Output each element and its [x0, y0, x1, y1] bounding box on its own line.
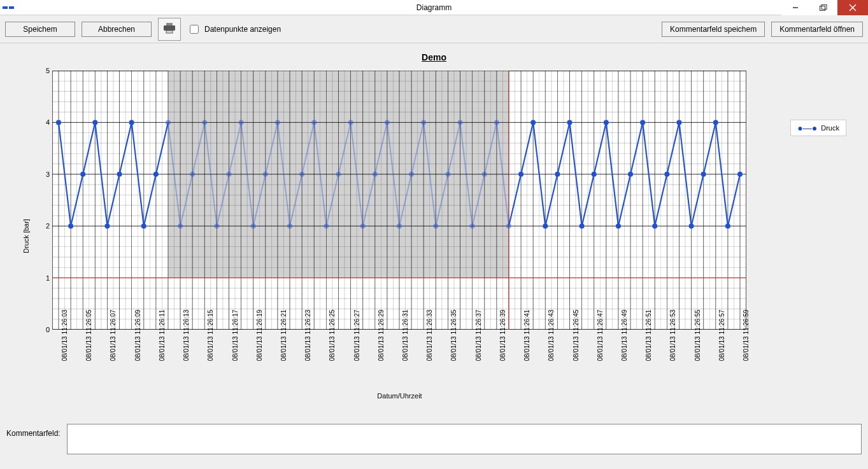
svg-point-191: [178, 223, 183, 228]
svg-point-211: [421, 120, 426, 125]
svg-rect-0: [3, 6, 8, 9]
print-button[interactable]: [158, 18, 181, 41]
x-tick: 08/01/13 11:26:35: [450, 310, 457, 361]
x-tick: 08/01/13 11:26:05: [85, 310, 92, 361]
svg-point-217: [494, 120, 499, 125]
datapoints-checkbox-wrap[interactable]: Datenpunkte anzeigen: [187, 23, 281, 36]
close-button[interactable]: [837, 0, 868, 15]
x-tick: 08/01/13 11:26:23: [304, 310, 311, 361]
print-icon: [162, 22, 176, 36]
svg-rect-8: [166, 23, 173, 25]
x-tick: 08/01/13 11:26:03: [61, 310, 68, 361]
svg-point-199: [275, 120, 280, 125]
svg-point-196: [239, 120, 244, 125]
svg-point-197: [251, 223, 256, 228]
chart-legend: ●—● Druck: [790, 120, 846, 136]
svg-point-206: [360, 223, 366, 228]
x-tick: 08/01/13 11:26:29: [378, 310, 385, 361]
svg-point-220: [530, 120, 536, 125]
datapoints-checkbox[interactable]: [190, 25, 199, 34]
svg-point-188: [141, 223, 146, 228]
svg-point-235: [713, 120, 718, 125]
svg-point-213: [445, 172, 450, 177]
window-controls: [781, 0, 868, 15]
x-tick: 08/01/13 11:26:17: [232, 310, 239, 361]
svg-point-225: [592, 172, 597, 177]
legend-marker-icon: ●—●: [797, 123, 817, 133]
x-tick: 08/01/13 11:26:21: [280, 310, 287, 361]
x-tick: 08/01/13 11:26:59: [743, 310, 750, 361]
svg-point-215: [470, 223, 475, 228]
x-tick: 08/01/13 11:26:19: [256, 310, 263, 361]
svg-point-231: [664, 172, 669, 177]
x-tick: 08/01/13 11:26:55: [694, 310, 701, 361]
x-axis-ticks: 08/01/13 11:26:0308/01/13 11:26:0508/01/…: [52, 333, 746, 390]
maximize-button[interactable]: [809, 0, 837, 15]
y-tick: 1: [46, 274, 50, 282]
y-tick: 3: [46, 171, 50, 178]
chart-title: Demo: [19, 52, 849, 62]
svg-point-218: [506, 223, 511, 228]
svg-point-189: [153, 172, 159, 177]
x-tick: 08/01/13 11:26:07: [110, 310, 117, 361]
svg-point-226: [604, 120, 609, 125]
svg-point-236: [725, 223, 730, 228]
svg-point-201: [299, 172, 304, 177]
x-tick: 08/01/13 11:26:43: [548, 310, 555, 361]
comment-field[interactable]: [67, 424, 862, 454]
svg-point-232: [676, 120, 681, 125]
y-axis-ticks: 012345: [33, 71, 52, 330]
x-tick: 08/01/13 11:26:15: [207, 310, 214, 361]
x-tick: 08/01/13 11:26:27: [353, 310, 360, 361]
svg-point-194: [214, 223, 219, 228]
svg-point-182: [68, 223, 73, 228]
svg-point-207: [373, 172, 378, 177]
svg-point-209: [397, 223, 402, 228]
svg-point-214: [458, 120, 463, 125]
x-axis-label: Datum/Uhrzeit: [377, 392, 422, 400]
legend-label: Druck: [821, 124, 839, 132]
svg-point-181: [56, 120, 61, 125]
svg-rect-7: [164, 25, 175, 31]
svg-point-190: [166, 120, 171, 125]
svg-point-212: [433, 223, 438, 228]
svg-point-184: [92, 120, 97, 125]
svg-point-233: [689, 223, 694, 228]
svg-rect-4: [822, 5, 827, 10]
svg-point-221: [543, 223, 548, 228]
titlebar: Diagramm: [0, 0, 868, 15]
svg-point-193: [202, 120, 207, 125]
x-tick: 08/01/13 11:26:33: [426, 310, 433, 361]
chart-area: Demo Druck [bar] 012345 08/01/13 11:26:0…: [0, 43, 868, 412]
svg-point-234: [701, 172, 706, 177]
x-tick: 08/01/13 11:26:37: [475, 310, 482, 361]
svg-point-222: [555, 172, 560, 177]
chart-plot[interactable]: [52, 71, 746, 330]
y-tick: 2: [46, 222, 50, 230]
y-tick: 5: [46, 67, 50, 74]
x-tick: 08/01/13 11:26:57: [718, 310, 725, 361]
comment-label: Kommentarfeld:: [6, 424, 60, 438]
x-tick: 08/01/13 11:26:39: [499, 310, 506, 361]
datapoints-label: Datenpunkte anzeigen: [204, 25, 281, 34]
x-tick: 08/01/13 11:26:09: [134, 310, 141, 361]
cancel-button[interactable]: Abbrechen: [82, 22, 152, 37]
svg-point-229: [640, 120, 645, 125]
svg-rect-1: [9, 6, 14, 9]
x-tick: 08/01/13 11:26:45: [573, 310, 580, 361]
window-title: Diagramm: [416, 3, 452, 12]
svg-point-237: [737, 172, 743, 177]
svg-point-200: [287, 223, 292, 228]
svg-rect-9: [166, 31, 173, 33]
x-tick: 08/01/13 11:26:25: [329, 310, 336, 361]
open-comment-button[interactable]: Kommentarfeld öffnen: [771, 22, 863, 37]
minimize-button[interactable]: [781, 0, 809, 15]
comment-row: Kommentarfeld:: [0, 412, 868, 469]
save-comment-button[interactable]: Kommentarfeld speichem: [662, 22, 765, 37]
x-tick: 08/01/13 11:26:47: [597, 310, 604, 361]
svg-point-187: [129, 120, 134, 125]
save-button[interactable]: Speichem: [5, 22, 75, 37]
svg-point-203: [324, 223, 329, 228]
svg-point-198: [263, 172, 268, 177]
svg-point-202: [311, 120, 317, 125]
